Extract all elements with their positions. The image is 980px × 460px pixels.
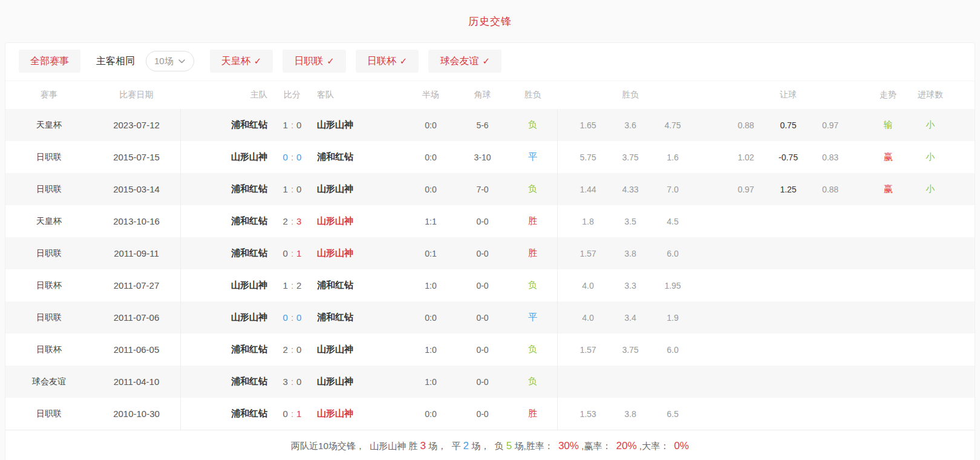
col-header-odds: 胜负	[609, 90, 652, 100]
cell-away-team: 山形山神	[312, 376, 405, 387]
cell-result: 负	[508, 280, 557, 291]
cell-odds-away: 4.5	[652, 217, 694, 226]
cell-home-team: 山形山神	[180, 151, 272, 163]
col-header-league: 赛事	[5, 90, 93, 100]
filter-same-venue-toggle[interactable]: 主客相同	[96, 55, 135, 68]
cell-halftime-score: 0:0	[405, 313, 457, 323]
table-body: 天皇杯 2023-07-12 浦和红钻 1:0 山形山神 0:0 5-6 负 1…	[5, 109, 975, 430]
home-score: 1	[283, 120, 288, 130]
cell-corners: 0-0	[457, 281, 508, 291]
cell-result: 胜	[508, 215, 557, 227]
cell-halftime-score: 0:1	[405, 249, 457, 258]
table-header: 赛事 比赛日期 主队 比分 客队 半场 角球 胜负 胜负 让球 走势 进球数	[5, 80, 975, 109]
cell-odds-away: 1.6	[652, 153, 694, 162]
match-count-select[interactable]: 10场	[146, 51, 194, 71]
filter-league-rizhilian[interactable]: 日职联 ✓	[283, 50, 346, 73]
away-score: 2	[296, 280, 301, 291]
col-header-corners: 角球	[457, 90, 508, 100]
cell-score: 1:2	[272, 280, 312, 291]
filter-all-matches-button[interactable]: 全部赛事	[19, 50, 80, 73]
cell-home-team: 浦和红钻	[180, 408, 272, 419]
cell-corners: 5-6	[457, 120, 508, 130]
cell-corners: 0-0	[457, 249, 508, 258]
cell-corners: 0-0	[457, 409, 508, 419]
cell-odds-draw: 3.8	[609, 409, 652, 419]
filter-league-label: 天皇杯	[221, 55, 250, 68]
cell-date: 2023-07-12	[93, 120, 180, 130]
table-row: 日职联 2015-07-15 山形山神 0:0 浦和红钻 0:0 3-10 平 …	[5, 141, 975, 173]
table-row: 天皇杯 2013-10-16 浦和红钻 2:3 山形山神 1:1 0-0 胜 1…	[5, 205, 975, 237]
cell-league: 日联杯	[5, 280, 93, 291]
cell-odds-away: 6.0	[652, 249, 694, 258]
filter-league-label: 日联杯	[367, 55, 396, 68]
cell-odds-away: 6.0	[652, 345, 694, 355]
cell-handicap-away: 0.88	[809, 185, 851, 194]
cell-trend: 输	[867, 119, 909, 131]
cell-home-team: 浦和红钻	[180, 248, 272, 259]
cell-date: 2010-10-30	[93, 409, 180, 419]
cell-score: 0:0	[272, 312, 312, 323]
cell-home-team: 山形山神	[180, 280, 272, 291]
col-header-trend: 走势	[867, 90, 909, 100]
cell-halftime-score: 1:0	[405, 345, 457, 355]
cell-result: 胜	[508, 248, 557, 259]
cell-corners: 3-10	[457, 153, 508, 162]
table-row: 天皇杯 2023-07-12 浦和红钻 1:0 山形山神 0:0 5-6 负 1…	[5, 109, 975, 141]
cell-score: 3:0	[272, 376, 312, 387]
table-row: 日职联 2010-10-30 浦和红钻 0:1 山形山神 0:0 0-0 胜 1…	[5, 398, 975, 430]
cell-corners: 0-0	[457, 217, 508, 226]
cell-away-team: 山形山神	[312, 183, 405, 195]
cell-odds-away: 7.0	[652, 185, 694, 194]
cell-odds-home: 4.0	[567, 313, 609, 323]
cell-halftime-score: 0:0	[405, 185, 457, 194]
score-colon: :	[288, 280, 296, 291]
score-colon: :	[288, 312, 296, 323]
score-colon: :	[288, 409, 296, 419]
score-colon: :	[288, 120, 296, 130]
filter-bar: 全部赛事 主客相同 10场 天皇杯 ✓ 日职联 ✓ 日联杯 ✓ 球会友谊 ✓	[5, 43, 975, 73]
table-row: 日职联 2015-03-14 浦和红钻 1:0 山形山神 0:0 7-0 负 1…	[5, 173, 975, 205]
cell-score: 0:1	[272, 409, 312, 419]
cell-date: 2015-03-14	[93, 184, 180, 194]
filter-league-tianhuangbei[interactable]: 天皇杯 ✓	[210, 50, 273, 73]
summary-win-rate: 30%	[558, 440, 579, 452]
cell-goals: 小	[909, 151, 952, 163]
filter-league-qiuhuiyouyi[interactable]: 球会友谊 ✓	[428, 50, 501, 73]
cell-odds-away: 6.5	[652, 409, 694, 419]
home-score: 0	[283, 248, 288, 258]
summary-bar: 两队近10场交锋， 山形山神 胜 3 场， 平 2 场， 负 5 场,胜率： 3…	[5, 430, 975, 460]
col-header-away: 客队	[312, 90, 405, 100]
summary-over-rate: 0%	[674, 440, 689, 452]
table-row: 球会友谊 2011-04-10 浦和红钻 3:0 山形山神 1:0 0-0 负	[5, 366, 975, 398]
checkmark-icon: ✓	[400, 56, 408, 67]
cell-handicap-away: 0.83	[809, 153, 851, 162]
cell-odds-draw: 3.4	[609, 313, 652, 323]
home-score: 2	[283, 344, 288, 355]
cell-result: 负	[508, 344, 557, 355]
cell-home-team: 浦和红钻	[180, 183, 272, 195]
home-score: 3	[283, 376, 288, 387]
cell-result: 负	[508, 183, 557, 195]
table-row: 日联杯 2011-07-27 山形山神 1:2 浦和红钻 1:0 0-0 负 4…	[5, 269, 975, 301]
summary-draw-count: 2	[463, 440, 469, 452]
summary-odds-rate: 20%	[616, 440, 637, 452]
col-header-goals: 进球数	[909, 90, 952, 100]
away-score: 0	[296, 152, 301, 162]
match-count-value: 10场	[154, 56, 174, 67]
cell-score: 2:0	[272, 344, 312, 355]
score-colon: :	[288, 152, 296, 162]
home-score: 2	[283, 216, 288, 226]
cell-odds-draw: 3.6	[609, 120, 652, 130]
cell-goals: 小	[909, 119, 952, 131]
filter-league-rilianbei[interactable]: 日联杯 ✓	[356, 50, 419, 73]
col-header-result: 胜负	[508, 90, 557, 100]
h2h-panel: 全部赛事 主客相同 10场 天皇杯 ✓ 日职联 ✓ 日联杯 ✓ 球会友谊 ✓ 赛…	[5, 42, 975, 460]
cell-away-team: 浦和红钻	[312, 151, 405, 163]
cell-odds-draw: 4.33	[609, 185, 652, 194]
cell-result: 负	[508, 119, 557, 131]
cell-date: 2011-06-05	[93, 344, 180, 355]
away-score: 0	[296, 376, 301, 387]
score-colon: :	[288, 248, 296, 258]
cell-home-team: 浦和红钻	[180, 376, 272, 387]
cell-halftime-score: 1:0	[405, 377, 457, 387]
